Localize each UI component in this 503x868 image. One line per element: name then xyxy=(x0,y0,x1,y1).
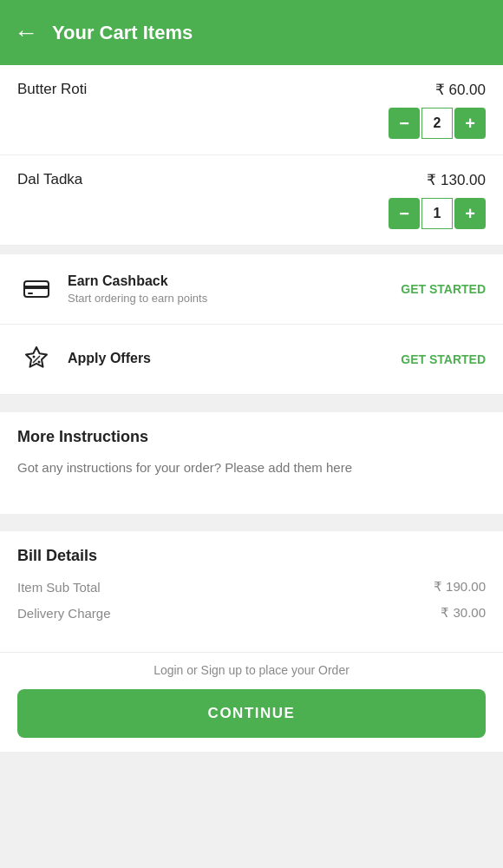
cart-item-butter-roti: Butter Roti ₹ 60.00 − 2 + xyxy=(0,65,503,155)
bill-title: Bill Details xyxy=(17,547,486,565)
promotions-section: Earn Cashback Start ordering to earn poi… xyxy=(0,254,503,395)
divider-1 xyxy=(0,246,503,254)
bill-value-subtotal: ₹ 190.00 xyxy=(434,579,486,595)
bill-label-delivery: Delivery Charge xyxy=(17,606,111,621)
svg-rect-1 xyxy=(24,286,49,289)
continue-button[interactable]: CONTINUE xyxy=(17,689,486,738)
bill-label-subtotal: Item Sub Total xyxy=(17,580,101,595)
decrease-qty-butter-roti[interactable]: − xyxy=(389,108,420,139)
item-price-butter-roti: ₹ 60.00 xyxy=(435,81,486,99)
item-name-dal-tadka: Dal Tadka xyxy=(17,171,82,188)
cashback-subtitle: Start ordering to earn points xyxy=(68,292,401,305)
cashback-promo-text: Earn Cashback Start ordering to earn poi… xyxy=(68,273,401,305)
cashback-title: Earn Cashback xyxy=(68,273,401,289)
item-price-dal-tadka: ₹ 130.00 xyxy=(427,171,486,189)
instructions-section: More Instructions xyxy=(0,412,503,514)
offers-icon xyxy=(17,340,56,378)
svg-point-3 xyxy=(33,356,36,358)
qty-display-butter-roti: 2 xyxy=(421,108,453,139)
instructions-input[interactable] xyxy=(17,460,486,490)
cashback-promo-item[interactable]: Earn Cashback Start ordering to earn poi… xyxy=(0,254,503,325)
quantity-controls-butter-roti: − 2 + xyxy=(17,108,486,139)
instructions-title: More Instructions xyxy=(17,428,486,446)
svg-rect-2 xyxy=(28,293,33,294)
offers-action[interactable]: GET STARTED xyxy=(401,352,486,366)
divider-3 xyxy=(0,514,503,523)
back-button[interactable]: ← xyxy=(14,21,38,45)
footer: Login or Sign up to place your Order CON… xyxy=(0,652,503,752)
divider-2 xyxy=(0,395,503,404)
offers-title: Apply Offers xyxy=(68,351,401,366)
item-name-butter-roti: Butter Roti xyxy=(17,81,87,98)
cart-items-section: Butter Roti ₹ 60.00 − 2 + Dal Tadka ₹ 13… xyxy=(0,65,503,246)
svg-point-4 xyxy=(38,361,41,364)
bill-row-delivery: Delivery Charge ₹ 30.00 xyxy=(17,605,486,621)
increase-qty-dal-tadka[interactable]: + xyxy=(454,198,486,229)
bill-row-subtotal: Item Sub Total ₹ 190.00 xyxy=(17,579,486,595)
quantity-controls-dal-tadka: − 1 + xyxy=(17,198,486,229)
cashback-icon xyxy=(17,270,56,308)
decrease-qty-dal-tadka[interactable]: − xyxy=(389,198,420,229)
bill-value-delivery: ₹ 30.00 xyxy=(441,605,486,621)
offers-promo-item[interactable]: Apply Offers GET STARTED xyxy=(0,325,503,395)
cashback-action[interactable]: GET STARTED xyxy=(401,282,486,296)
bill-section: Bill Details Item Sub Total ₹ 190.00 Del… xyxy=(0,531,503,652)
qty-display-dal-tadka: 1 xyxy=(421,198,453,229)
offers-promo-text: Apply Offers xyxy=(68,351,401,369)
increase-qty-butter-roti[interactable]: + xyxy=(454,108,486,139)
page-title: Your Cart Items xyxy=(52,22,193,44)
cart-item-dal-tadka: Dal Tadka ₹ 130.00 − 1 + xyxy=(0,155,503,246)
header: ← Your Cart Items xyxy=(0,0,503,65)
login-text: Login or Sign up to place your Order xyxy=(17,663,486,677)
